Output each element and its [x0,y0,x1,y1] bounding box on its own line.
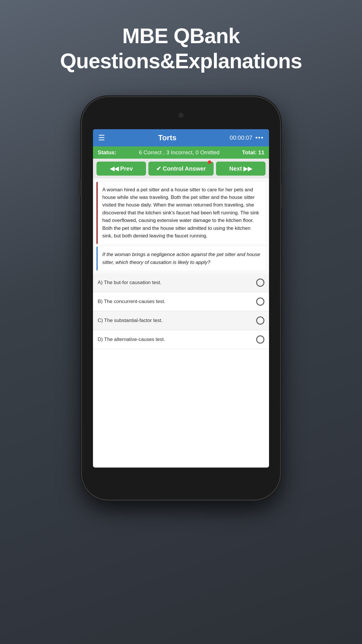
answer-choice-b-text: B) The concurrent-causes test. [98,299,253,304]
status-bar: Status: 6 Correct , 3 Incorrect, 0 Omitt… [93,146,269,159]
header-timer: 00:00:07 [230,134,252,141]
answer-radio-b[interactable] [256,298,264,306]
control-answer-label: ✔ Control Answer [156,165,206,172]
answer-choice-a-text: A) The but-for causation test. [98,280,253,286]
answer-radio-c[interactable] [256,316,264,325]
answer-choice-d[interactable]: D) The alternative-causes test. [93,330,269,349]
spacer-bottom [93,349,269,468]
phone-notch [155,106,207,112]
controls-row: ◀◀ Prev ✔ Control Answer Next ▶▶ [93,159,269,178]
status-label: Status: [98,149,116,156]
app-title-line2: Questions&Explanations [60,48,302,74]
app-header: ☰ Torts 00:00:07 ••• [93,129,269,146]
app-title-line1: MBE QBank [60,23,302,48]
header-title: Torts [158,133,176,142]
answer-choice-a[interactable]: A) The but-for causation test. [93,273,269,292]
next-button[interactable]: Next ▶▶ [216,162,266,176]
answer-choice-d-text: D) The alternative-causes test. [98,337,253,342]
answer-choice-b[interactable]: B) The concurrent-causes test. [93,292,269,311]
question-stem: If the woman brings a negligence action … [96,247,266,270]
question-passage: A woman hired a pet sitter and a house s… [96,182,266,244]
phone-camera [179,113,183,118]
notification-dot [208,160,211,164]
question-stem-text: If the woman brings a negligence action … [102,251,261,266]
header-right: 00:00:07 ••• [230,134,264,141]
answer-choice-c[interactable]: C) The substantial-factor test. [93,311,269,330]
phone-frame: ☰ Torts 00:00:07 ••• Status: 6 Correct ,… [82,97,280,500]
answer-choices: A) The but-for causation test. B) The co… [93,273,269,349]
status-total: Total: 11 [242,149,264,156]
menu-icon[interactable]: ☰ [98,134,105,141]
phone-screen: ☰ Torts 00:00:07 ••• Status: 6 Correct ,… [93,129,269,468]
question-passage-text: A woman hired a pet sitter and a house s… [102,186,261,240]
app-title: MBE QBank Questions&Explanations [60,23,302,74]
answer-radio-d[interactable] [256,335,264,344]
answer-radio-a[interactable] [256,279,264,287]
answer-choice-c-text: C) The substantial-factor test. [98,318,253,323]
question-area: A woman hired a pet sitter and a house s… [93,178,269,468]
more-options-icon[interactable]: ••• [255,134,264,141]
status-stats: 6 Correct , 3 Incorrect, 0 Omitted [139,149,220,156]
control-answer-button[interactable]: ✔ Control Answer [148,162,214,176]
prev-button[interactable]: ◀◀ Prev [96,162,146,176]
